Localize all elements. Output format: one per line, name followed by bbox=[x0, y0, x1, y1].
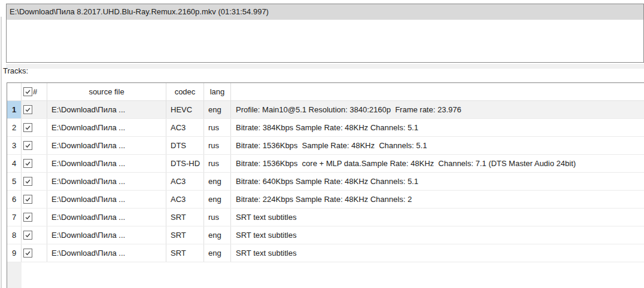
track-codec[interactable]: SRT bbox=[166, 209, 204, 226]
row-number[interactable]: 2 bbox=[7, 119, 22, 136]
track-lang[interactable]: rus bbox=[204, 209, 231, 226]
tracks-table: # source file codec lang 1 E:\Download\П… bbox=[7, 82, 644, 288]
track-info[interactable]: SRT text subtitles bbox=[231, 226, 644, 244]
header-info[interactable] bbox=[231, 83, 644, 100]
check-icon bbox=[25, 124, 31, 131]
table-header-row: # source file codec lang bbox=[7, 83, 644, 101]
row-number[interactable]: 3 bbox=[7, 137, 22, 154]
track-source-file[interactable]: E:\Download\Пила ... bbox=[47, 226, 166, 244]
track-codec[interactable]: DTS-HD bbox=[166, 155, 204, 172]
select-all-checkbox[interactable] bbox=[23, 87, 32, 96]
track-codec[interactable]: HEVC bbox=[166, 101, 204, 118]
track-checkbox[interactable] bbox=[23, 123, 32, 132]
row-header-gutter-extension bbox=[7, 262, 22, 288]
check-icon bbox=[25, 196, 31, 203]
table-row[interactable]: 7 E:\Download\Пила ... SRT rus SRT text … bbox=[7, 209, 644, 226]
track-info[interactable]: SRT text subtitles bbox=[231, 209, 644, 226]
track-info[interactable]: SRT text subtitles bbox=[231, 244, 644, 262]
check-icon bbox=[25, 214, 31, 220]
header-number-label: # bbox=[33, 87, 37, 96]
row-number[interactable]: 4 bbox=[7, 155, 22, 172]
track-info[interactable]: Profile: Main10@5.1 Resolution: 3840:216… bbox=[231, 101, 644, 118]
header-source-file[interactable]: source file bbox=[47, 83, 166, 100]
table-row[interactable]: 3 E:\Download\Пила ... DTS rus Bitrate: … bbox=[7, 137, 644, 155]
table-row[interactable]: 6 E:\Download\Пила ... AC3 eng Bitrate: … bbox=[7, 191, 644, 209]
track-source-file[interactable]: E:\Download\Пила ... bbox=[47, 209, 166, 226]
table-row[interactable]: 2 E:\Download\Пила ... AC3 rus Bitrate: … bbox=[7, 119, 644, 137]
track-info[interactable]: Bitrate: 640Kbps Sample Rate: 48KHz Chan… bbox=[231, 173, 644, 190]
track-check-cell[interactable] bbox=[22, 173, 47, 190]
track-info[interactable]: Bitrate: 1536Kbps Sample Rate: 48KHz Cha… bbox=[231, 137, 644, 154]
track-check-cell[interactable] bbox=[22, 119, 47, 136]
check-icon bbox=[25, 232, 31, 238]
header-lang[interactable]: lang bbox=[204, 83, 231, 100]
row-number[interactable]: 8 bbox=[7, 226, 22, 244]
track-source-file[interactable]: E:\Download\Пила ... bbox=[47, 119, 166, 136]
table-row[interactable]: 4 E:\Download\Пила ... DTS-HD rus Bitrat… bbox=[7, 155, 644, 173]
check-icon bbox=[25, 250, 31, 256]
track-check-cell[interactable] bbox=[22, 191, 47, 208]
track-lang[interactable]: eng bbox=[204, 226, 231, 244]
check-icon bbox=[25, 142, 31, 149]
track-lang[interactable]: rus bbox=[204, 137, 231, 154]
table-body: 1 E:\Download\Пила ... HEVC eng Profile:… bbox=[7, 101, 644, 262]
track-lang[interactable]: eng bbox=[204, 244, 231, 262]
header-codec[interactable]: codec bbox=[166, 83, 204, 100]
track-check-cell[interactable] bbox=[22, 137, 47, 154]
track-check-cell[interactable] bbox=[22, 209, 47, 226]
file-list-bottom-strip bbox=[6, 64, 644, 69]
table-row[interactable]: 9 E:\Download\Пила ... SRT eng SRT text … bbox=[7, 244, 644, 262]
track-check-cell[interactable] bbox=[22, 244, 47, 262]
check-icon bbox=[25, 88, 31, 95]
track-checkbox[interactable] bbox=[23, 213, 32, 222]
track-lang[interactable]: rus bbox=[204, 155, 231, 172]
track-source-file[interactable]: E:\Download\Пила ... bbox=[47, 101, 166, 118]
track-checkbox[interactable] bbox=[23, 177, 32, 186]
track-checkbox[interactable] bbox=[23, 231, 32, 240]
track-source-file[interactable]: E:\Download\Пила ... bbox=[47, 173, 166, 190]
track-checkbox[interactable] bbox=[23, 195, 32, 204]
track-check-cell[interactable] bbox=[22, 226, 47, 244]
table-row[interactable]: 5 E:\Download\Пила ... AC3 eng Bitrate: … bbox=[7, 173, 644, 191]
track-info[interactable]: Bitrate: 224Kbps Sample Rate: 48KHz Chan… bbox=[231, 191, 644, 208]
row-number[interactable]: 6 bbox=[7, 191, 22, 208]
check-icon bbox=[25, 106, 31, 113]
header-number-cell[interactable]: # bbox=[22, 83, 47, 100]
track-lang[interactable]: rus bbox=[204, 119, 231, 136]
track-codec[interactable]: AC3 bbox=[166, 119, 204, 136]
tracks-label: Tracks: bbox=[3, 66, 28, 76]
track-check-cell[interactable] bbox=[22, 155, 47, 172]
track-source-file[interactable]: E:\Download\Пила ... bbox=[47, 191, 166, 208]
track-source-file[interactable]: E:\Download\Пила ... bbox=[47, 137, 166, 154]
track-lang[interactable]: eng bbox=[204, 173, 231, 190]
input-files-list[interactable]: E:\Download\Пила 8.2017.UHD.Blu-Ray.Remu… bbox=[6, 4, 644, 63]
track-check-cell[interactable] bbox=[22, 101, 47, 118]
row-number[interactable]: 9 bbox=[7, 244, 22, 262]
track-info[interactable]: Bitrate: 1536Kbps core + MLP data.Sample… bbox=[231, 155, 644, 172]
track-checkbox[interactable] bbox=[23, 249, 32, 258]
track-lang[interactable]: eng bbox=[204, 191, 231, 208]
track-codec[interactable]: AC3 bbox=[166, 173, 204, 190]
track-info[interactable]: Bitrate: 384Kbps Sample Rate: 48KHz Chan… bbox=[231, 119, 644, 136]
track-lang[interactable]: eng bbox=[204, 101, 231, 118]
row-number[interactable]: 7 bbox=[7, 209, 22, 226]
track-codec[interactable]: AC3 bbox=[166, 191, 204, 208]
muxer-window: E:\Download\Пила 8.2017.UHD.Blu-Ray.Remu… bbox=[0, 0, 644, 288]
track-codec[interactable]: SRT bbox=[166, 244, 204, 262]
track-codec[interactable]: SRT bbox=[166, 226, 204, 244]
row-number[interactable]: 5 bbox=[7, 173, 22, 190]
track-checkbox[interactable] bbox=[23, 141, 32, 150]
file-list-item[interactable]: E:\Download\Пила 8.2017.UHD.Blu-Ray.Remu… bbox=[7, 4, 643, 20]
row-number[interactable]: 1 bbox=[7, 101, 22, 118]
track-checkbox[interactable] bbox=[23, 159, 32, 168]
track-codec[interactable]: DTS bbox=[166, 137, 204, 154]
track-checkbox[interactable] bbox=[23, 105, 32, 114]
check-icon bbox=[25, 178, 31, 185]
header-gutter-cell bbox=[7, 83, 22, 100]
window-left-edge bbox=[1, 17, 2, 288]
track-source-file[interactable]: E:\Download\Пила ... bbox=[47, 155, 166, 172]
table-row[interactable]: 1 E:\Download\Пила ... HEVC eng Profile:… bbox=[7, 101, 644, 119]
check-icon bbox=[25, 160, 31, 167]
table-row[interactable]: 8 E:\Download\Пила ... SRT eng SRT text … bbox=[7, 226, 644, 244]
track-source-file[interactable]: E:\Download\Пила ... bbox=[47, 244, 166, 262]
